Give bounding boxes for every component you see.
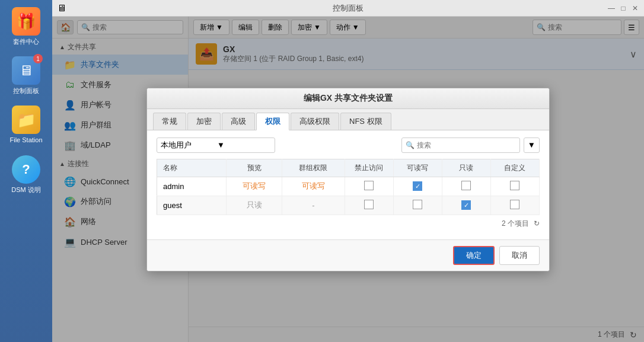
cell-readwrite-admin[interactable]: ✓ (393, 177, 442, 196)
minimize-button[interactable]: — (607, 4, 616, 12)
dsm-help-label: DSM 说明 (11, 186, 41, 194)
dialog-body: 本地用户 ▼ 🔍 ▼ (147, 130, 549, 239)
group-perm-admin: 可读写 (302, 181, 325, 190)
cell-readwrite-guest[interactable] (393, 196, 442, 215)
desktop-icon-control-panel[interactable]: 🖥 1 控制面板 (2, 54, 50, 97)
control-panel-badge: 1 (33, 54, 43, 63)
ok-label: 确定 (466, 251, 482, 260)
table-row: guest 只读 - (157, 196, 540, 215)
group-perm-guest: - (312, 201, 314, 210)
preview-value-guest: 只读 (247, 200, 262, 209)
table-row: admin 可读写 可读写 (157, 177, 540, 196)
dialog-search-bar: 🔍 (401, 138, 520, 153)
desktop: 🎁 套件中心 🖥 1 控制面板 📁 File Station ? DSM 说明 (0, 0, 52, 342)
preview-value-admin: 可读写 (243, 181, 266, 190)
cell-preview-admin: 可读写 (227, 177, 282, 196)
custom-checkbox-admin[interactable] (510, 181, 519, 190)
dialog-overlay: 编辑GX 共享文件夹设置 常规 加密 高级 权限 (52, 17, 644, 342)
cell-preview-guest: 只读 (227, 196, 282, 215)
cell-group-guest: - (282, 196, 345, 215)
control-panel-label: 控制面板 (13, 87, 39, 95)
pkg-center-icon: 🎁 (12, 7, 40, 36)
desktop-icon-dsm-help[interactable]: ? DSM 说明 (2, 153, 50, 196)
pkg-center-label: 套件中心 (13, 38, 39, 46)
tab-encrypt[interactable]: 加密 (187, 113, 221, 130)
search-group: 🔍 ▼ (401, 138, 540, 153)
col-header-readwrite: 可读写 (393, 159, 442, 177)
ok-button[interactable]: 确定 (453, 246, 495, 265)
col-header-group: 群组权限 (282, 159, 345, 177)
tab-advanced[interactable]: 高级 (222, 113, 255, 130)
window-icon: 🖥 (57, 3, 66, 14)
tab-advanced-perm[interactable]: 高级权限 (291, 113, 339, 130)
dialog-title-bar: 编辑GX 共享文件夹设置 (147, 88, 549, 109)
cell-name-guest: guest (157, 196, 227, 215)
dropdown-arrow: ▼ (217, 140, 271, 149)
cancel-label: 取消 (512, 251, 527, 260)
col-header-custom: 自定义 (490, 159, 539, 177)
cell-group-admin: 可读写 (282, 177, 345, 196)
permissions-table: 名称 预览 群组权限 禁止访问 可读写 只读 自定义 (157, 159, 540, 215)
deny-checkbox-guest[interactable] (364, 200, 374, 209)
window-body: 🏠 🔍 ▲ 文件共享 📁 共享文件夹 🗂 文件服务 👤 (52, 17, 644, 342)
user-name-admin: admin (163, 182, 184, 191)
dialog-filter-icon: ▼ (528, 140, 535, 149)
readwrite-checkbox-guest[interactable] (413, 200, 422, 209)
cell-name: admin (157, 177, 227, 196)
col-header-name: 名称 (157, 159, 227, 177)
dialog: 编辑GX 共享文件夹设置 常规 加密 高级 权限 (146, 88, 550, 271)
maximize-button[interactable]: □ (619, 4, 627, 12)
dialog-filter-button[interactable]: ▼ (524, 138, 540, 153)
dialog-title: 编辑GX 共享文件夹设置 (304, 93, 393, 103)
window-title: 控制面板 (333, 3, 364, 14)
cell-readonly-admin[interactable] (442, 177, 490, 196)
dsm-help-icon: ? (12, 155, 40, 184)
deny-checkbox-admin[interactable] (364, 181, 374, 190)
title-bar: 🖥 控制面板 — □ ✕ (52, 0, 644, 17)
control-panel-badge-wrapper: 🖥 1 (12, 56, 40, 87)
dialog-search-input[interactable] (417, 141, 516, 149)
readonly-checkbox-admin[interactable] (461, 181, 471, 190)
dialog-filter-row: 本地用户 ▼ 🔍 ▼ (157, 138, 540, 153)
dialog-search-icon: 🔍 (406, 141, 415, 149)
desktop-icon-file-station[interactable]: 📁 File Station (2, 103, 50, 146)
custom-checkbox-guest[interactable] (510, 200, 519, 209)
desktop-icon-pkg-center[interactable]: 🎁 套件中心 (2, 5, 50, 48)
close-button[interactable]: ✕ (631, 4, 639, 12)
window-controls: — □ ✕ (607, 4, 639, 12)
user-name-guest: guest (163, 201, 182, 210)
readwrite-checkbox-admin[interactable]: ✓ (413, 181, 422, 191)
user-filter-value: 本地用户 (161, 140, 215, 151)
dialog-footer-info: 2 个项目 ↻ (157, 215, 540, 232)
file-station-icon: 📁 (12, 106, 40, 134)
cell-deny-admin[interactable] (345, 177, 393, 196)
col-header-deny: 禁止访问 (345, 159, 393, 177)
main-window: 🖥 控制面板 — □ ✕ 🏠 🔍 ▲ 文件共享 (52, 0, 644, 342)
col-header-readonly: 只读 (442, 159, 490, 177)
dialog-actions: 确定 取消 (147, 239, 549, 271)
cell-custom-guest[interactable] (490, 196, 539, 215)
readonly-checkbox-guest[interactable]: ✓ (461, 200, 471, 210)
tab-permission[interactable]: 权限 (256, 113, 289, 130)
col-header-preview: 预览 (227, 159, 282, 177)
cancel-button[interactable]: 取消 (499, 246, 540, 265)
tab-general[interactable]: 常规 (153, 113, 186, 130)
file-station-label: File Station (9, 136, 42, 144)
dialog-tabs: 常规 加密 高级 权限 高级权限 NFS 权限 (147, 109, 549, 130)
dialog-refresh-icon[interactable]: ↻ (534, 219, 540, 228)
user-filter-dropdown[interactable]: 本地用户 ▼ (157, 138, 275, 153)
cell-deny-guest[interactable] (345, 196, 393, 215)
cell-custom-admin[interactable] (490, 177, 539, 196)
cell-readonly-guest[interactable]: ✓ (442, 196, 490, 215)
tab-nfs[interactable]: NFS 权限 (340, 113, 391, 130)
dialog-item-count: 2 个项目 (502, 219, 529, 229)
